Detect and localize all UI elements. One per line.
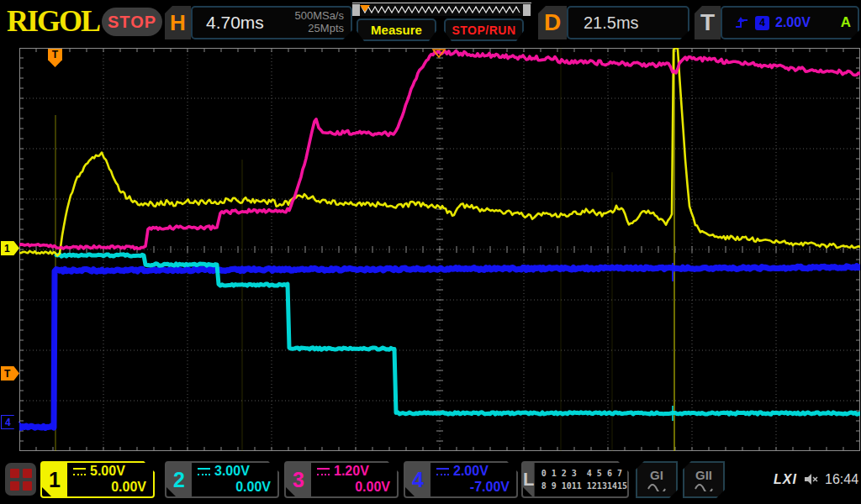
la-channels-row2: 8 9 1011 12131415: [541, 480, 627, 493]
channel-2-number: 2: [166, 463, 192, 496]
sine-wave-icon: [694, 481, 714, 491]
left-marker-4[interactable]: 4: [1, 415, 19, 429]
clock: 16:44: [825, 472, 858, 487]
lxi-indicator: LXI: [774, 472, 797, 487]
left-marker-1[interactable]: 1: [1, 241, 19, 255]
run-state-badge: STOP: [102, 8, 162, 36]
timebase-value: 4.70ms: [206, 13, 264, 33]
horizontal-panel[interactable]: 4.70ms 500MSa/s 25Mpts: [191, 6, 352, 39]
graticule-and-traces: [19, 48, 860, 451]
waveform-display: 1T4T: [0, 46, 861, 456]
generator-1-label: GI: [650, 469, 663, 481]
horizontal-settings[interactable]: H 4.70ms 500MSa/s 25Mpts: [165, 6, 352, 39]
channel-1-offset: 0.00V: [73, 480, 146, 496]
generator-2-button[interactable]: GII: [683, 461, 725, 498]
acquisition-info: 500MSa/s 25Mpts: [294, 10, 344, 35]
trigger-settings[interactable]: T 4 2.00V A: [695, 6, 859, 39]
channel-3-number: 3: [286, 463, 311, 496]
horizontal-label: H: [165, 6, 191, 39]
logic-analyzer-box[interactable]: L 0 1 2 3 4 5 6 7 8 9 1011 12131415: [521, 461, 629, 498]
memory-waveform-icon: [352, 3, 531, 17]
delay-value: 21.5ms: [584, 13, 639, 33]
trigger-source-badge: 4: [755, 16, 769, 30]
channel-3-scale: 1.20V: [334, 464, 369, 480]
measure-button[interactable]: Measure: [357, 18, 436, 41]
channel-4-box[interactable]: 4 2.00V -7.00V: [404, 461, 518, 498]
channel-1-number: 1: [42, 463, 67, 496]
channel-2-offset: 0.00V: [198, 480, 271, 496]
channel-4-number: 4: [405, 463, 430, 496]
channel-3-box[interactable]: 3 1.20V 0.00V: [284, 461, 399, 498]
speaker-muted-icon: [804, 473, 819, 486]
channel-3-offset: 0.00V: [317, 480, 390, 496]
trigger-sweep-mode: A: [841, 14, 851, 31]
logic-analyzer-label: L: [523, 463, 535, 496]
stop-run-button[interactable]: STOP/RUN: [444, 18, 524, 41]
memory-position-bar[interactable]: [352, 3, 531, 16]
rigol-logo: RIGOL: [7, 3, 99, 39]
oscilloscope-screen: RIGOL STOP H 4.70ms 500MSa/s 25Mpts Meas…: [0, 0, 861, 504]
menu-square: [23, 481, 32, 491]
generator-1-button[interactable]: GI: [636, 461, 678, 498]
rising-edge-icon: [734, 16, 749, 29]
dc-coupling-icon: [73, 468, 86, 475]
menu-grid-icon[interactable]: [5, 463, 36, 496]
delay-label: D: [538, 6, 567, 39]
channel-1-scale: 5.00V: [90, 464, 125, 480]
menu-square: [23, 469, 32, 478]
channel-1-box[interactable]: 1 5.00V 0.00V: [40, 461, 155, 498]
delay-settings[interactable]: D 21.5ms: [538, 6, 689, 39]
menu-square: [10, 469, 19, 478]
channel-4-offset: -7.00V: [436, 480, 510, 496]
channel-2-box[interactable]: 2 3.00V 0.00V: [165, 461, 279, 498]
sample-rate: 500MSa/s: [294, 9, 344, 22]
memory-depth: 25Mpts: [308, 22, 344, 34]
generator-2-label: GII: [695, 469, 712, 481]
dc-coupling-icon: [317, 468, 330, 475]
trigger-label: T: [695, 6, 721, 39]
trigger-level-value: 2.00V: [775, 15, 811, 30]
menu-square: [10, 481, 19, 491]
trigger-panel[interactable]: 4 2.00V A: [721, 6, 859, 39]
la-channels-row1: 0 1 2 3 4 5 6 7: [541, 467, 627, 480]
sine-wave-icon: [647, 481, 667, 491]
channel-2-scale: 3.00V: [214, 464, 250, 480]
delay-panel[interactable]: 21.5ms: [567, 6, 689, 39]
dc-coupling-icon: [198, 468, 210, 475]
channel-4-scale: 2.00V: [453, 464, 489, 480]
left-marker-T[interactable]: T: [1, 366, 19, 381]
dc-coupling-icon: [436, 468, 449, 475]
